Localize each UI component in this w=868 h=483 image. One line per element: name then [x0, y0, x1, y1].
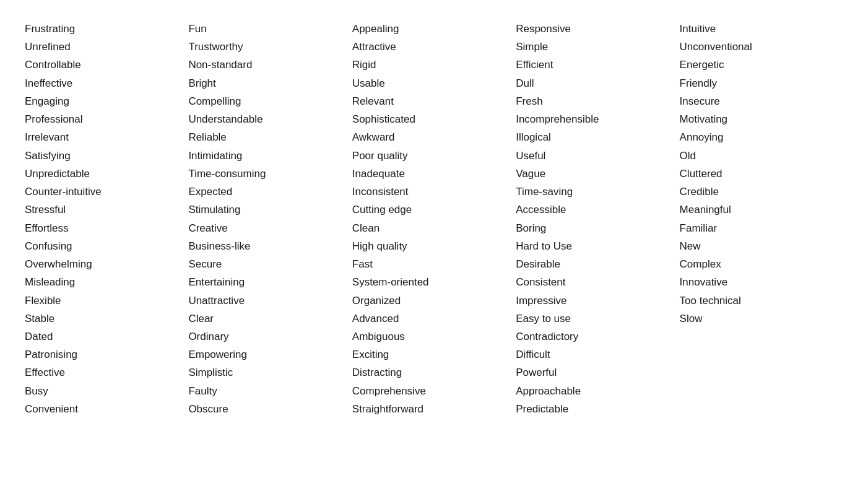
word-item: Incomprehensible: [516, 110, 679, 128]
word-item: Faulty: [188, 382, 352, 400]
word-item: Desirable: [516, 255, 679, 273]
word-item: Useful: [516, 147, 679, 165]
word-item: Accessible: [516, 201, 679, 219]
word-item: Appealing: [352, 20, 516, 38]
word-item: Poor quality: [352, 147, 516, 165]
word-item: Relevant: [352, 92, 516, 110]
word-item: Engaging: [25, 92, 188, 110]
word-item: Insecure: [680, 92, 843, 110]
word-item: Reliable: [188, 128, 352, 146]
word-item: Usable: [352, 74, 516, 92]
word-item: Intuitive: [680, 20, 843, 38]
word-item: Effective: [25, 363, 188, 381]
word-item: Predictable: [516, 400, 679, 418]
word-item: Time-consuming: [188, 165, 352, 183]
word-item: Innovative: [680, 273, 843, 291]
word-item: Awkward: [352, 128, 516, 146]
word-item: Intimidating: [188, 147, 352, 165]
word-item: Unpredictable: [25, 165, 188, 183]
word-item: Overwhelming: [25, 255, 188, 273]
column-5: IntuitiveUnconventionalEnergeticFriendly…: [680, 20, 843, 418]
word-item: Motivating: [680, 110, 843, 128]
word-item: Entertaining: [188, 273, 352, 291]
word-item: Approachable: [516, 382, 679, 400]
word-item: Distracting: [352, 363, 516, 381]
word-item: Stressful: [25, 201, 188, 219]
word-item: Understandable: [188, 110, 352, 128]
word-item: Too technical: [680, 292, 843, 310]
word-item: Consistent: [516, 273, 679, 291]
word-item: Exciting: [352, 346, 516, 363]
word-item: Energetic: [680, 56, 843, 74]
word-item: Boring: [516, 219, 679, 237]
word-item: Cluttered: [680, 165, 843, 183]
word-item: Simple: [516, 38, 679, 56]
word-item: Time-saving: [516, 183, 679, 201]
word-item: Stimulating: [188, 201, 352, 219]
word-item: Dull: [516, 74, 679, 92]
column-4: ResponsiveSimpleEfficientDullFreshIncomp…: [516, 20, 679, 418]
word-item: Efficient: [516, 56, 679, 74]
word-item: Contradictory: [516, 328, 679, 346]
word-item: Rigid: [352, 56, 516, 74]
word-item: Fun: [188, 20, 352, 38]
word-item: Controllable: [25, 56, 188, 74]
word-item: Fresh: [516, 92, 679, 110]
column-3: AppealingAttractiveRigidUsableRelevantSo…: [352, 20, 516, 418]
word-item: Effortless: [25, 219, 188, 237]
word-item: Frustrating: [25, 20, 188, 38]
word-item: Fast: [352, 255, 516, 273]
column-1: FrustratingUnrefinedControllableIneffect…: [25, 20, 188, 418]
word-item: Misleading: [25, 273, 188, 291]
word-item: New: [680, 237, 843, 255]
word-item: Professional: [25, 110, 188, 128]
word-item: Complex: [680, 255, 843, 273]
word-item: Old: [680, 147, 843, 165]
column-2: FunTrustworthyNon-standardBrightCompelli…: [188, 20, 352, 418]
word-item: Business-like: [188, 237, 352, 255]
word-item: Confusing: [25, 237, 188, 255]
word-item: Clean: [352, 219, 516, 237]
word-item: Familiar: [680, 219, 843, 237]
word-item: Stable: [25, 310, 188, 328]
word-item: Counter-intuitive: [25, 183, 188, 201]
word-item: Creative: [188, 219, 352, 237]
word-item: Convenient: [25, 400, 188, 418]
word-item: Clear: [188, 310, 352, 328]
word-item: Bright: [188, 74, 352, 92]
word-item: Comprehensive: [352, 382, 516, 400]
word-item: System-oriented: [352, 273, 516, 291]
word-item: Illogical: [516, 128, 679, 146]
word-item: Powerful: [516, 363, 679, 381]
word-item: Dated: [25, 328, 188, 346]
word-item: Friendly: [680, 74, 843, 92]
word-item: Empowering: [188, 346, 352, 363]
word-item: Straightforward: [352, 400, 516, 418]
word-item: Ordinary: [188, 328, 352, 346]
word-item: Annoying: [680, 128, 843, 146]
word-item: Meaningful: [680, 201, 843, 219]
word-item: Hard to Use: [516, 237, 679, 255]
word-item: Easy to use: [516, 310, 679, 328]
word-item: Credible: [680, 183, 843, 201]
word-item: Advanced: [352, 310, 516, 328]
word-item: Inadequate: [352, 165, 516, 183]
word-item: Satisfying: [25, 147, 188, 165]
word-item: Inconsistent: [352, 183, 516, 201]
word-item: Trustworthy: [188, 38, 352, 56]
word-item: Organized: [352, 292, 516, 310]
word-item: Irrelevant: [25, 128, 188, 146]
word-item: Vague: [516, 165, 679, 183]
word-item: High quality: [352, 237, 516, 255]
word-item: Difficult: [516, 346, 679, 363]
word-item: Unattractive: [188, 292, 352, 310]
word-item: Slow: [680, 310, 843, 328]
word-item: Patronising: [25, 346, 188, 363]
word-item: Ambiguous: [352, 328, 516, 346]
word-grid: FrustratingUnrefinedControllableIneffect…: [25, 20, 843, 418]
word-item: Non-standard: [188, 56, 352, 74]
word-item: Attractive: [352, 38, 516, 56]
word-item: Secure: [188, 255, 352, 273]
word-item: Compelling: [188, 92, 352, 110]
word-item: Impressive: [516, 292, 679, 310]
